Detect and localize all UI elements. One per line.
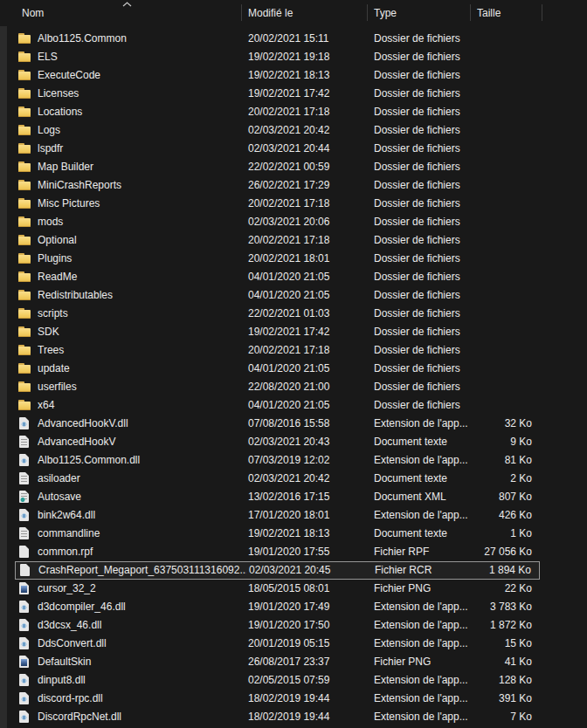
file-date-modified: 19/01/2020 17:55 xyxy=(248,543,329,561)
column-header-size[interactable]: Taille xyxy=(477,7,501,19)
file-type: Extension de l'app... xyxy=(374,598,479,616)
file-row[interactable]: Licenses19/02/2021 17:42Dossier de fichi… xyxy=(15,85,540,103)
file-row[interactable]: commandline19/02/2021 18:13Document text… xyxy=(15,525,540,543)
file-row[interactable]: ExecuteCode19/02/2021 18:13Dossier de fi… xyxy=(15,66,540,85)
file-date-modified: 26/08/2017 23:37 xyxy=(248,653,329,671)
file-row[interactable]: Autosave13/02/2016 17:15Document XML807 … xyxy=(15,488,540,506)
file-row[interactable]: Optional20/02/2021 17:18Dossier de fichi… xyxy=(15,231,540,250)
column-resize-handle[interactable] xyxy=(470,4,471,21)
folder-icon xyxy=(17,251,31,265)
file-type: Fichier PNG xyxy=(374,653,479,671)
file-row[interactable]: AdvancedHookV02/03/2021 20:43Document te… xyxy=(15,433,540,451)
image-file-icon xyxy=(17,655,31,669)
file-row[interactable]: userfiles22/08/2020 21:00Dossier de fich… xyxy=(15,378,540,396)
file-row[interactable]: MiniCrashReports26/02/2021 17:29Dossier … xyxy=(15,176,540,195)
file-name: common.rpf xyxy=(38,543,245,561)
file-row[interactable]: dinput8.dll02/05/2015 07:59Extension de … xyxy=(15,671,540,690)
folder-icon xyxy=(17,86,31,100)
file-row[interactable]: Misc Pictures20/02/2021 17:18Dossier de … xyxy=(15,195,540,213)
file-type: Extension de l'app... xyxy=(374,506,479,525)
file-row[interactable]: Map Builder22/02/2021 00:59Dossier de fi… xyxy=(15,158,540,176)
file-type: Fichier RCR xyxy=(375,562,480,579)
file-type: Document texte xyxy=(374,525,479,543)
file-date-modified: 19/02/2021 17:42 xyxy=(248,85,329,103)
file-name: lspdfr xyxy=(38,140,245,158)
file-name: ELS xyxy=(38,48,245,66)
folder-icon xyxy=(17,380,31,394)
file-type: Extension de l'app... xyxy=(374,708,479,726)
file-type: Dossier de fichiers xyxy=(374,286,479,305)
generic-file-icon xyxy=(17,545,31,559)
folder-icon xyxy=(17,123,31,137)
file-row[interactable]: DiscordRpcNet.dll18/02/2019 19:44Extensi… xyxy=(15,708,540,726)
file-type: Extension de l'app... xyxy=(374,415,479,433)
column-resize-handle[interactable] xyxy=(542,4,542,21)
file-row[interactable]: x6404/01/2020 21:05Dossier de fichiers xyxy=(15,396,540,415)
file-type: Dossier de fichiers xyxy=(374,140,479,158)
file-name: AdvancedHookV xyxy=(38,433,245,451)
file-row[interactable]: d3dcompiler_46.dll19/01/2020 17:49Extens… xyxy=(15,598,540,616)
file-row[interactable]: Redistributables04/01/2020 21:05Dossier … xyxy=(15,286,540,305)
file-size: 27 056 Ko xyxy=(484,543,532,561)
file-name: DiscordRpcNet.dll xyxy=(38,708,245,726)
file-date-modified: 13/02/2016 17:15 xyxy=(248,488,329,506)
file-row[interactable]: cursor_32_218/05/2015 08:01Fichier PNG22… xyxy=(15,580,540,598)
file-row[interactable]: lspdfr02/03/2021 20:44Dossier de fichier… xyxy=(15,140,540,158)
file-row[interactable]: asiloader02/03/2021 20:42Document texte2… xyxy=(15,470,540,488)
file-type: Dossier de fichiers xyxy=(374,121,479,140)
file-list: Albo1125.Common20/02/2021 15:11Dossier d… xyxy=(0,30,587,726)
file-name: Redistributables xyxy=(38,286,245,305)
file-size: 9 Ko xyxy=(510,433,532,451)
file-size: 2 Ko xyxy=(510,470,532,488)
column-header-type[interactable]: Type xyxy=(374,7,397,19)
file-type: Dossier de fichiers xyxy=(374,341,479,360)
file-row[interactable]: ELS19/02/2021 19:18Dossier de fichiers xyxy=(15,48,540,66)
text-document-icon xyxy=(17,435,31,449)
folder-icon xyxy=(17,141,31,155)
column-resize-handle[interactable] xyxy=(241,4,242,21)
column-resize-handle[interactable] xyxy=(367,4,368,21)
dll-file-icon xyxy=(17,710,31,724)
file-size: 22 Ko xyxy=(505,580,532,598)
file-type: Dossier de fichiers xyxy=(374,158,479,176)
file-name: d3dcsx_46.dll xyxy=(38,616,245,635)
dll-file-icon xyxy=(17,691,31,705)
file-row[interactable]: Locations20/02/2021 17:18Dossier de fich… xyxy=(15,103,540,121)
file-row[interactable]: AdvancedHookV.dll07/08/2016 15:58Extensi… xyxy=(15,415,540,433)
file-name: Locations xyxy=(38,103,245,121)
file-type: Extension de l'app... xyxy=(374,616,479,635)
file-type: Document texte xyxy=(374,433,479,451)
file-row-selected[interactable]: CrashReport_Megaport_637503111316092...0… xyxy=(15,561,540,580)
file-name: Licenses xyxy=(38,85,245,103)
file-row[interactable]: d3dcsx_46.dll19/01/2020 17:50Extension d… xyxy=(15,616,540,635)
file-date-modified: 17/01/2020 18:01 xyxy=(248,506,329,525)
file-row[interactable]: bink2w64.dll17/01/2020 18:01Extension de… xyxy=(15,506,540,525)
file-row[interactable]: ReadMe04/01/2020 21:05Dossier de fichier… xyxy=(15,268,540,286)
file-date-modified: 07/08/2016 15:58 xyxy=(248,415,329,433)
file-size: 1 Ko xyxy=(510,525,532,543)
file-name: dinput8.dll xyxy=(38,671,245,690)
file-row[interactable]: Albo1125.Common20/02/2021 15:11Dossier d… xyxy=(15,30,540,48)
file-row[interactable]: DdsConvert.dll20/01/2019 05:15Extension … xyxy=(15,635,540,653)
file-date-modified: 04/01/2020 21:05 xyxy=(248,396,329,415)
dll-file-icon xyxy=(17,636,31,650)
file-name: SDK xyxy=(38,323,245,341)
file-row[interactable]: common.rpf19/01/2020 17:55Fichier RPF27 … xyxy=(15,543,540,561)
file-row[interactable]: scripts22/02/2021 01:03Dossier de fichie… xyxy=(15,305,540,323)
file-name: Albo1125.Common xyxy=(38,30,245,48)
column-header-date-modified[interactable]: Modifié le xyxy=(248,7,293,19)
file-row[interactable]: discord-rpc.dll18/02/2019 19:44Extension… xyxy=(15,690,540,708)
file-type: Fichier PNG xyxy=(374,580,479,598)
file-date-modified: 02/03/2021 20:45 xyxy=(249,562,330,579)
file-row[interactable]: Logs02/03/2021 20:42Dossier de fichiers xyxy=(15,121,540,140)
file-type: Extension de l'app... xyxy=(374,635,479,653)
file-row[interactable]: SDK19/02/2021 17:42Dossier de fichiers xyxy=(15,323,540,341)
file-row[interactable]: Trees20/02/2021 17:18Dossier de fichiers xyxy=(15,341,540,360)
file-date-modified: 02/03/2021 20:44 xyxy=(248,140,329,158)
file-row[interactable]: Plugins20/02/2021 18:01Dossier de fichie… xyxy=(15,250,540,268)
file-row[interactable]: DefaultSkin26/08/2017 23:37Fichier PNG41… xyxy=(15,653,540,671)
file-row[interactable]: Albo1125.Common.dll07/03/2019 12:02Exten… xyxy=(15,451,540,470)
file-row[interactable]: update04/01/2020 21:05Dossier de fichier… xyxy=(15,360,540,378)
column-header-name[interactable]: Nom xyxy=(22,7,44,19)
file-row[interactable]: mods02/03/2021 20:06Dossier de fichiers xyxy=(15,213,540,231)
